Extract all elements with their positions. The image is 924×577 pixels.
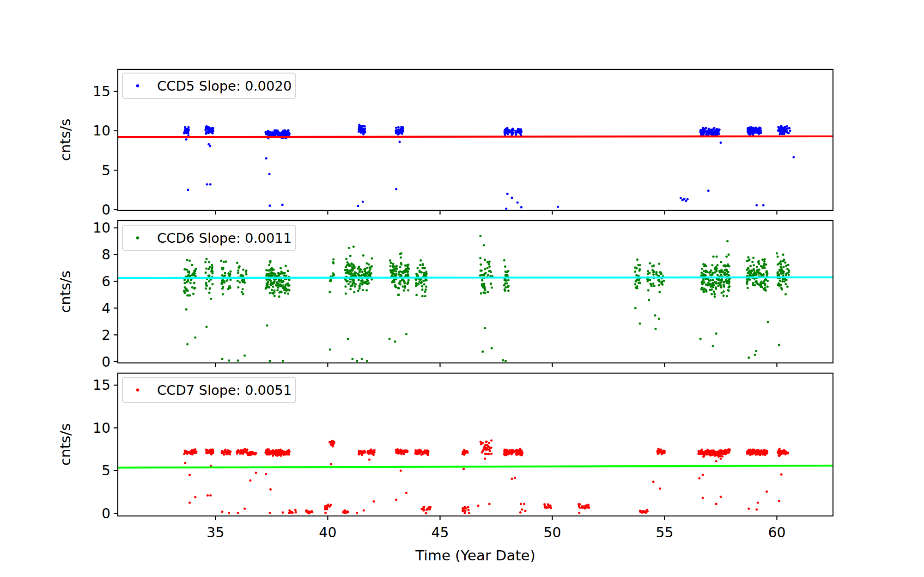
data-point: [749, 265, 752, 267]
data-point: [659, 272, 662, 274]
data-point: [748, 258, 751, 261]
data-point: [267, 131, 269, 134]
data-point: [191, 264, 193, 266]
data-point: [270, 282, 272, 284]
data-point: [718, 282, 721, 284]
data-point: [778, 270, 781, 272]
x-tick-label: 45: [431, 524, 449, 540]
data-point: [488, 503, 491, 505]
data-point: [242, 293, 244, 295]
data-point: [637, 264, 639, 266]
data-point: [194, 287, 196, 289]
data-point: [746, 260, 748, 262]
data-point: [715, 266, 717, 268]
data-point: [646, 280, 649, 282]
data-point: [504, 289, 506, 292]
data-point: [191, 449, 193, 451]
data-point: [363, 282, 365, 284]
data-point: [711, 283, 713, 286]
data-point: [188, 270, 190, 273]
data-point: [544, 506, 547, 508]
data-point: [362, 289, 364, 291]
data-point: [273, 289, 275, 292]
data-point: [368, 264, 370, 266]
data-point: [754, 130, 756, 132]
data-point: [642, 510, 644, 512]
data-point: [186, 343, 188, 345]
data-point: [229, 453, 231, 455]
data-point: [587, 504, 590, 506]
data-point: [245, 273, 248, 276]
data-point: [194, 496, 196, 498]
data-point: [194, 451, 196, 453]
data-point: [661, 282, 663, 284]
data-point: [718, 133, 720, 135]
y-tick-label: 0: [102, 354, 110, 370]
data-point: [746, 453, 748, 455]
data-point: [424, 290, 426, 293]
data-point: [351, 284, 353, 287]
data-point: [766, 491, 768, 493]
data-point: [209, 494, 212, 497]
data-point: [759, 128, 761, 130]
data-point: [405, 270, 407, 273]
data-point: [760, 284, 762, 287]
data-point: [269, 512, 271, 514]
legend-label: CCD7 Slope: 0.0051: [157, 382, 292, 398]
data-point: [462, 468, 465, 470]
y-tick-label: 10: [93, 420, 110, 436]
data-point: [209, 183, 212, 185]
data-point: [484, 268, 486, 270]
data-point: [700, 275, 703, 277]
data-point: [403, 451, 406, 453]
data-point: [211, 268, 213, 270]
data-point: [274, 281, 276, 283]
data-point: [349, 288, 352, 290]
data-point: [242, 269, 244, 271]
data-point: [366, 267, 369, 269]
data-point: [271, 269, 274, 271]
data-point: [276, 289, 279, 291]
data-point: [220, 282, 223, 284]
data-point: [705, 133, 707, 135]
data-point: [265, 473, 267, 475]
data-point: [425, 512, 427, 514]
data-point: [650, 283, 652, 285]
data-point: [282, 360, 284, 362]
data-point: [714, 268, 717, 270]
data-point: [757, 450, 759, 452]
data-point: [268, 279, 271, 281]
data-point: [395, 127, 397, 129]
data-point: [394, 285, 396, 288]
data-point: [186, 259, 188, 261]
data-point: [208, 261, 210, 263]
data-point: [786, 125, 788, 128]
data-point: [183, 282, 186, 284]
data-point: [657, 448, 660, 450]
data-point: [760, 282, 762, 284]
data-point: [761, 452, 764, 454]
data-point: [244, 448, 246, 450]
data-point: [463, 512, 466, 514]
data-point: [477, 504, 480, 507]
data-point: [488, 448, 490, 451]
data-point: [699, 131, 702, 134]
data-point: [753, 269, 755, 271]
data-point: [210, 452, 212, 454]
data-point: [389, 265, 392, 267]
data-point: [274, 295, 276, 297]
data-point: [748, 508, 750, 510]
data-point: [210, 298, 212, 300]
data-point: [363, 509, 365, 512]
data-point: [239, 452, 241, 454]
data-point: [714, 295, 716, 298]
data-point: [272, 293, 274, 295]
data-point: [486, 291, 489, 293]
data-point: [588, 507, 590, 509]
data-point: [311, 511, 313, 513]
data-point: [249, 453, 252, 455]
data-point: [755, 204, 758, 206]
data-point: [705, 283, 707, 286]
data-point: [636, 258, 638, 261]
data-point: [755, 280, 758, 282]
